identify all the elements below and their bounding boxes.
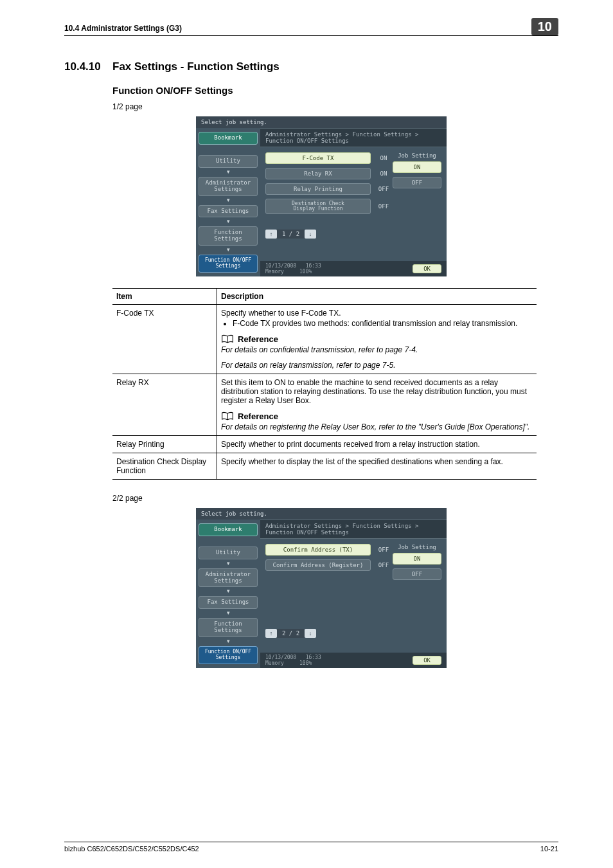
nav-fax[interactable]: Fax Settings [199,596,258,609]
on-button[interactable]: ON [393,161,441,173]
item-name: Relay Printing [112,435,217,453]
pager: ↑ 2 / 2 ↓ [265,629,441,638]
chevron-down-icon: ▾ [199,219,258,224]
page-indicator: 2 / 2 [277,629,305,638]
page-note-1: 1/2 page [112,102,558,111]
th-desc: Description [217,288,537,304]
setting-fcode-tx[interactable]: F-Code TX [265,152,371,164]
header-section: 10.4 Administrator Settings (G3) [64,24,182,35]
chevron-down-icon: ▾ [199,638,258,644]
chapter-chip: 10 [531,18,558,35]
item-name: F-Code TX [112,304,217,374]
nav-function[interactable]: Function Settings [199,226,258,246]
off-button[interactable]: OFF [393,568,441,580]
pager: ↑ 1 / 2 ↓ [265,230,441,239]
nav-function[interactable]: Function Settings [199,618,258,637]
shot-statusbar: 10/13/2008 16:33Memory 100% OK [260,261,447,276]
off-button[interactable]: OFF [393,177,441,188]
setting-relay-printing[interactable]: Relay Printing [265,183,371,195]
item-desc: Specify whether to display the list of t… [217,453,537,479]
item-desc: Set this item to ON to enable the machin… [217,374,537,435]
nav-fax[interactable]: Fax Settings [199,205,258,218]
setting-value: OFF [371,203,396,210]
nav-function-onoff[interactable]: Function ON/OFF Settings [199,255,258,273]
job-setting-panel: Job Setting ON OFF [393,152,441,192]
page-footer: bizhub C652/C652DS/C552/C552DS/C452 10-2… [64,842,558,853]
setting-confirm-addr-reg[interactable]: Confirm Address (Register) [265,559,371,571]
table-row: Destination Check Display Function Speci… [112,453,537,479]
item-desc: Specify whether to use F-Code TX. F-Code… [217,304,537,374]
shot-statusbar: 10/13/2008 16:33Memory 100% OK [260,653,447,668]
running-header: 10.4 Administrator Settings (G3) 10 [64,0,558,36]
screenshot-2: Select job setting. Bookmark Utility ▾ A… [196,508,447,668]
chevron-down-icon: ▾ [199,247,258,252]
item-name: Destination Check Display Function [112,453,217,479]
chevron-down-icon: ▾ [199,197,258,203]
book-icon [221,411,234,420]
breadcrumb-nav: Bookmark Utility ▾ Administrator Setting… [196,520,260,668]
breadcrumb-nav: Bookmark Utility ▾ Administrator Setting… [196,128,260,276]
table-row: Relay RX Set this item to ON to enable t… [112,374,537,435]
setting-row[interactable]: Destination Check Display FunctionOFF [265,199,441,214]
shot-titlebar: Select job setting. [196,508,447,520]
chevron-down-icon: ▾ [199,588,258,593]
page-note-2: 2/2 page [112,494,558,503]
footer-page: 10-21 [540,845,558,853]
th-item: Item [112,288,217,304]
bookmark-button[interactable]: Bookmark [199,132,258,145]
page-up-button[interactable]: ↑ [265,230,277,239]
nav-function-onoff[interactable]: Function ON/OFF Settings [199,646,258,664]
chevron-down-icon: ▾ [199,610,258,615]
ok-button[interactable]: OK [413,264,441,273]
page-down-button[interactable]: ↓ [305,230,316,239]
heading-2: Function ON/OFF Settings [112,85,558,96]
item-desc: Specify whether to print documents recei… [217,435,537,453]
page-indicator: 1 / 2 [277,230,305,239]
nav-admin[interactable]: Administrator Settings [199,177,258,196]
on-button[interactable]: ON [393,553,441,565]
nav-utility[interactable]: Utility [199,547,258,559]
nav-utility[interactable]: Utility [199,155,258,168]
heading-1: 10.4.10Fax Settings - Function Settings [64,60,558,73]
section-title: Fax Settings - Function Settings [112,60,280,73]
table-row: Relay Printing Specify whether to print … [112,435,537,453]
screenshot-1: Select job setting. Bookmark Utility ▾ A… [196,116,447,276]
chevron-down-icon: ▾ [199,169,258,174]
page-up-button[interactable]: ↑ [265,629,277,638]
book-icon [221,334,234,343]
shot-titlebar: Select job setting. [196,116,447,128]
breadcrumb-path: Administrator Settings > Function Settin… [260,520,447,539]
job-setting-label: Job Setting [393,152,441,159]
table-row: F-Code TX Specify whether to use F-Code … [112,304,537,374]
ok-button[interactable]: OK [413,656,441,665]
breadcrumb-path: Administrator Settings > Function Settin… [260,128,447,147]
bookmark-button[interactable]: Bookmark [199,523,258,536]
chevron-down-icon: ▾ [199,561,258,566]
section-number: 10.4.10 [64,60,112,73]
setting-dest-check[interactable]: Destination Check Display Function [265,199,371,214]
nav-admin[interactable]: Administrator Settings [199,568,258,588]
setting-confirm-addr-tx[interactable]: Confirm Address (TX) [265,544,371,556]
item-name: Relay RX [112,374,217,435]
setting-relay-rx[interactable]: Relay RX [265,168,371,179]
job-setting-label: Job Setting [393,544,441,550]
job-setting-panel: Job Setting ON OFF [393,544,441,584]
footer-model: bizhub C652/C652DS/C552/C552DS/C452 [64,845,199,853]
description-table: ItemDescription F-Code TX Specify whethe… [112,288,537,480]
page-down-button[interactable]: ↓ [305,629,316,638]
